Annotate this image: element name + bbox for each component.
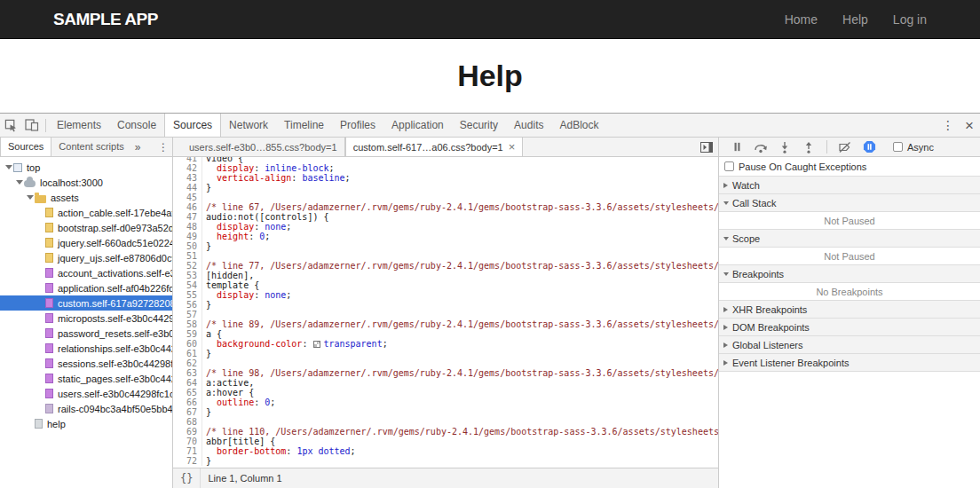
- line-number[interactable]: 56: [173, 300, 202, 310]
- tree-item-account-activations-self-e3b[interactable]: account_activations.self-e3b: [0, 265, 172, 280]
- code-line-content[interactable]: /* line 110, /Users/adamzerner/.rvm/gems…: [202, 427, 718, 437]
- section-watch[interactable]: Watch: [719, 177, 980, 194]
- tree-item-application-self-af04b226fd7[interactable]: application.self-af04b226fd7: [0, 280, 172, 295]
- nav-home[interactable]: Home: [785, 12, 818, 27]
- code-line-content[interactable]: [202, 358, 718, 368]
- deactivate-breakpoints-icon[interactable]: [836, 138, 854, 156]
- code-line-content[interactable]: /* line 98, /Users/adamzerner/.rvm/gems/…: [202, 368, 718, 378]
- line-number[interactable]: 44: [173, 183, 202, 193]
- code-line-content[interactable]: display: inline-block;: [202, 163, 718, 173]
- code-line-content[interactable]: background-color: transparent;: [202, 339, 718, 349]
- line-number[interactable]: 61: [173, 349, 202, 358]
- code-line-content[interactable]: vertical-align: baseline;: [202, 173, 718, 183]
- tree-item-assets[interactable]: assets: [0, 190, 172, 205]
- tree-item-jquery-ujs-self-e87806d0cf4[interactable]: jquery_ujs.self-e87806d0cf4: [0, 250, 172, 265]
- tree-item-sessions-self-e3b0c44298fc[interactable]: sessions.self-e3b0c44298fc: [0, 356, 172, 371]
- code-line-content[interactable]: template {: [202, 280, 718, 290]
- tab-application[interactable]: Application: [383, 114, 452, 137]
- brand-logo[interactable]: SAMPLE APP: [53, 10, 158, 29]
- code-line-content[interactable]: abbr[title] {: [202, 437, 718, 446]
- tree-item-custom-self-617a92728208b[interactable]: custom.self-617a92728208b: [0, 295, 172, 311]
- line-number[interactable]: 72: [173, 456, 202, 466]
- navigator-tab-sources[interactable]: Sources: [0, 138, 51, 156]
- line-number[interactable]: 41: [173, 157, 202, 163]
- tab-audits[interactable]: Audits: [506, 114, 551, 137]
- section-dom-breakpoints[interactable]: DOM Breakpoints: [719, 319, 980, 336]
- code-line-content[interactable]: [202, 193, 718, 202]
- code-line-content[interactable]: }: [202, 300, 718, 310]
- line-number[interactable]: 70: [173, 437, 202, 446]
- code-line-content[interactable]: [202, 251, 718, 261]
- nav-help[interactable]: Help: [842, 12, 868, 27]
- nav-log-in[interactable]: Log in: [893, 12, 927, 27]
- section-event-listener-breakpoints[interactable]: Event Listener Breakpoints: [719, 354, 980, 372]
- tab-console[interactable]: Console: [109, 114, 164, 137]
- navigator-menu-icon[interactable]: ⋮: [154, 141, 172, 153]
- inspect-element-icon[interactable]: [0, 114, 21, 137]
- line-number[interactable]: 59: [173, 329, 202, 339]
- line-number[interactable]: 69: [173, 427, 202, 437]
- tab-timeline[interactable]: Timeline: [276, 114, 332, 137]
- tab-security[interactable]: Security: [452, 114, 506, 137]
- step-into-icon[interactable]: [776, 138, 794, 156]
- line-number[interactable]: 64: [173, 378, 202, 388]
- step-over-icon[interactable]: [752, 138, 770, 156]
- code-line-content[interactable]: [202, 310, 718, 319]
- tree-item-bootstrap-self-d0e973a52d3[interactable]: bootstrap.self-d0e973a52d3: [0, 220, 172, 235]
- code-line-content[interactable]: border-bottom: 1px dotted;: [202, 446, 718, 456]
- devtools-menu-icon[interactable]: ⋮: [937, 114, 959, 137]
- line-number[interactable]: 47: [173, 212, 202, 222]
- async-toggle[interactable]: Async: [893, 142, 934, 153]
- tree-item-static-pages-self-e3b0c4429[interactable]: static_pages.self-e3b0c4429: [0, 371, 172, 386]
- tree-item-localhost-3000[interactable]: localhost:3000: [0, 175, 172, 190]
- line-number[interactable]: 63: [173, 368, 202, 378]
- pause-on-caught-checkbox[interactable]: [724, 161, 734, 171]
- tab-overflow-icon[interactable]: »: [131, 141, 145, 153]
- code-line-content[interactable]: /* line 67, /Users/adamzerner/.rvm/gems/…: [202, 202, 718, 212]
- editor-tab-custom-self-617-a06-css-body-1[interactable]: custom.self-617…a06.css?body=1×: [345, 138, 524, 156]
- section-breakpoints[interactable]: Breakpoints: [719, 265, 980, 283]
- line-number[interactable]: 68: [173, 417, 202, 427]
- panel-toggle-icon[interactable]: [700, 142, 713, 153]
- tree-item-relationships-self-e3b0c4429[interactable]: relationships.self-e3b0c4429: [0, 341, 172, 356]
- line-number[interactable]: 46: [173, 202, 202, 212]
- section-scope[interactable]: Scope: [719, 230, 980, 248]
- line-number[interactable]: 48: [173, 222, 202, 232]
- close-devtools-icon[interactable]: ×: [959, 114, 980, 137]
- expand-arrow[interactable]: [14, 180, 24, 185]
- line-number[interactable]: 50: [173, 241, 202, 251]
- line-number[interactable]: 43: [173, 173, 202, 183]
- code-line-content[interactable]: /* line 77, /Users/adamzerner/.rvm/gems/…: [202, 261, 718, 271]
- device-toolbar-icon[interactable]: [21, 114, 43, 137]
- tab-network[interactable]: Network: [221, 114, 276, 137]
- section-call-stack[interactable]: Call Stack: [719, 194, 980, 212]
- tree-item-top[interactable]: top: [0, 160, 172, 175]
- code-line-content[interactable]: display: none;: [202, 290, 718, 300]
- code-line-content[interactable]: /* line 89, /Users/adamzerner/.rvm/gems/…: [202, 319, 718, 329]
- section-global-listeners[interactable]: Global Listeners: [719, 336, 980, 354]
- code-line-content[interactable]: a:active,: [202, 378, 718, 388]
- line-number[interactable]: 49: [173, 232, 202, 241]
- editor-tab-users-self-e3b0-855-css-body-1[interactable]: users.self-e3b0…855.css?body=1: [182, 138, 345, 156]
- line-number[interactable]: 67: [173, 407, 202, 417]
- code-line-content[interactable]: }: [202, 241, 718, 251]
- code-line-content[interactable]: }: [202, 349, 718, 358]
- tree-item-users-self-e3b0c44298fc1c1[interactable]: users.self-e3b0c44298fc1c1: [0, 386, 172, 401]
- pause-script-icon[interactable]: [728, 138, 746, 156]
- code-line-content[interactable]: video {: [202, 157, 718, 163]
- navigator-tab-content-scripts[interactable]: Content scripts: [51, 138, 130, 156]
- tree-item-rails-c094bc3a4bf50e5bb47[interactable]: rails-c094bc3a4bf50e5bb47: [0, 401, 172, 416]
- line-number[interactable]: 65: [173, 388, 202, 397]
- line-number[interactable]: 45: [173, 193, 202, 202]
- line-number[interactable]: 52: [173, 261, 202, 271]
- close-tab-icon[interactable]: ×: [509, 141, 516, 153]
- code-area[interactable]: 41video {42 display: inline-block;43 ver…: [173, 157, 718, 468]
- line-number[interactable]: 58: [173, 319, 202, 329]
- line-number[interactable]: 71: [173, 446, 202, 456]
- line-number[interactable]: 51: [173, 251, 202, 261]
- code-line-content[interactable]: [202, 417, 718, 427]
- tree-item-password-resets-self-e3b0c[interactable]: password_resets.self-e3b0c: [0, 326, 172, 341]
- tab-elements[interactable]: Elements: [49, 114, 109, 137]
- code-line-content[interactable]: }: [202, 183, 718, 193]
- line-number[interactable]: 62: [173, 358, 202, 368]
